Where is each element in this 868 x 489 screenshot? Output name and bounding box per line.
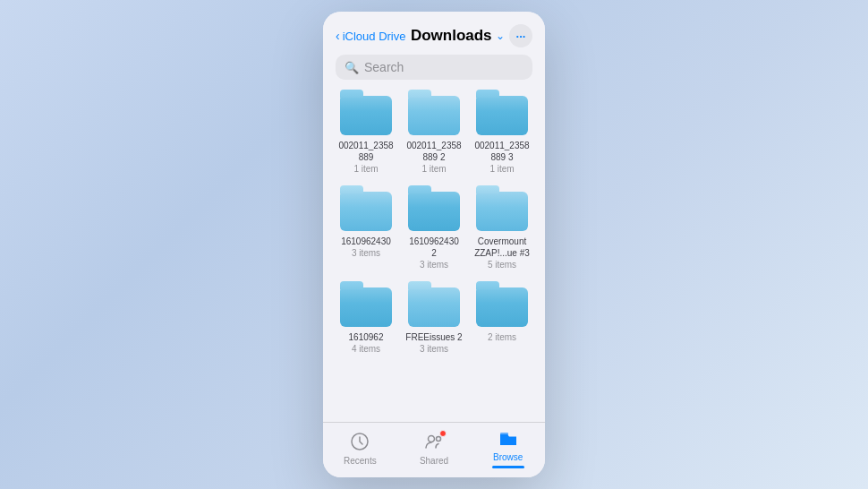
folder-shape [408, 192, 460, 231]
back-chevron-icon: ‹ [336, 29, 340, 43]
recents-icon [350, 432, 370, 454]
search-placeholder: Search [364, 60, 404, 74]
folder-shape [340, 96, 392, 135]
folder-name: 002011_2358889 3 [474, 140, 529, 163]
folder-item[interactable]: 002011_2358889 1 item [336, 92, 396, 174]
search-icon: 🔍 [345, 61, 359, 74]
folder-name: 002011_2358889 2 [406, 140, 461, 163]
folder-grid-container: 002011_2358889 1 item 002011_2358889 2 1… [323, 89, 545, 422]
folder-shape [340, 287, 392, 327]
folder-item[interactable]: 002011_2358889 2 1 item [404, 92, 464, 174]
folder-icon [340, 92, 392, 135]
folder-icon [408, 92, 460, 135]
folder-count: 1 item [421, 164, 446, 174]
tab-browse[interactable]: Browse [471, 428, 545, 468]
browse-icon [498, 428, 518, 450]
title-dropdown-icon[interactable]: ⌄ [496, 30, 505, 42]
search-bar[interactable]: 🔍 Search [336, 55, 532, 80]
folder-shape [476, 96, 528, 135]
folder-icon [340, 188, 392, 231]
folder-count: 4 items [352, 344, 380, 354]
folder-icon [476, 284, 528, 327]
tab-shared[interactable]: Shared [397, 432, 472, 466]
folder-name: 16109624302 [409, 236, 459, 259]
folder-shape [408, 96, 460, 135]
files-panel: ‹ iCloud Drive Downloads ⌄ ··· 🔍 Search … [323, 12, 545, 477]
folder-name: CovermountZZAP!...ue #3 [474, 236, 530, 259]
folder-name: FREEissues 2 [405, 331, 462, 343]
folder-count: 3 items [420, 260, 448, 270]
header: ‹ iCloud Drive Downloads ⌄ ··· 🔍 Search [323, 12, 545, 89]
folder-item[interactable]: 1610962 4 items [336, 284, 396, 354]
more-button[interactable]: ··· [509, 24, 532, 47]
folder-count: 5 items [488, 260, 516, 270]
folder-icon [476, 188, 528, 231]
folder-shape [408, 287, 460, 327]
title-row: Downloads ⌄ [411, 27, 505, 45]
folder-icon [408, 284, 460, 327]
folder-item[interactable]: 2 items [472, 284, 532, 354]
folder-icon [340, 284, 392, 327]
folder-item[interactable]: 002011_2358889 3 1 item [472, 92, 532, 174]
tab-recents[interactable]: Recents [323, 432, 397, 466]
tab-bar: Recents Shared Browse [323, 422, 545, 477]
folder-count: 1 item [353, 164, 378, 174]
folder-count: 3 items [420, 344, 448, 354]
tab-shared-label: Shared [420, 456, 448, 466]
svg-rect-3 [500, 433, 508, 436]
back-label: iCloud Drive [343, 30, 406, 43]
tab-active-indicator [492, 466, 524, 468]
folder-name: 002011_2358889 [338, 140, 393, 163]
folder-shape [476, 287, 528, 327]
svg-point-1 [429, 435, 435, 442]
folder-shape [476, 192, 528, 231]
folder-shape [340, 192, 392, 231]
folder-icon [476, 92, 528, 135]
folder-count: 2 items [488, 332, 516, 342]
page-title: Downloads [411, 27, 492, 45]
folder-item[interactable]: 16109624302 3 items [404, 188, 464, 270]
folder-item[interactable]: FREEissues 2 3 items [404, 284, 464, 354]
folder-count: 3 items [352, 248, 380, 258]
svg-point-2 [437, 436, 441, 441]
folder-item[interactable]: 1610962430 3 items [336, 188, 396, 270]
folder-grid: 002011_2358889 1 item 002011_2358889 2 1… [336, 92, 532, 354]
folder-item[interactable]: CovermountZZAP!...ue #3 5 items [472, 188, 532, 270]
folder-name: 1610962 [349, 331, 384, 343]
back-button[interactable]: ‹ iCloud Drive [336, 29, 405, 43]
folder-count: 1 item [489, 164, 514, 174]
folder-name: 1610962430 [341, 236, 391, 247]
tab-browse-label: Browse [493, 452, 523, 462]
shared-badge-dot [439, 430, 447, 437]
folder-icon [408, 188, 460, 231]
tab-recents-label: Recents [344, 456, 377, 466]
shared-icon [424, 432, 444, 454]
